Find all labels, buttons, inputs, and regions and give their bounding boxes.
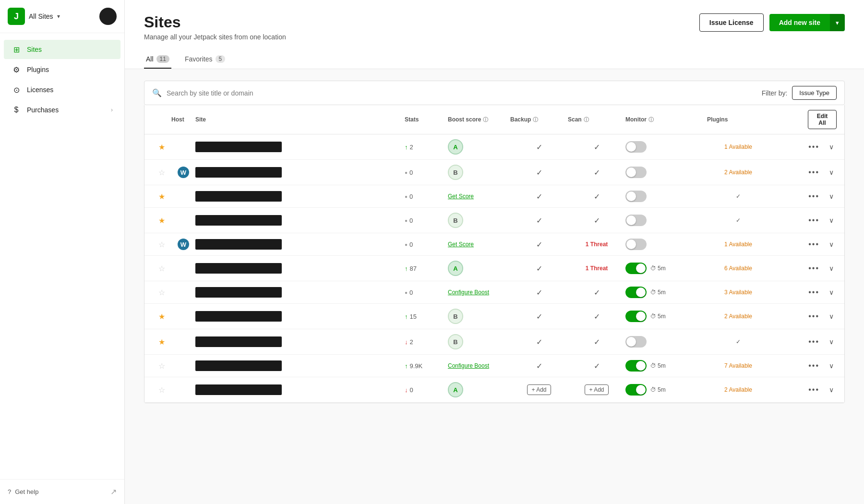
- boost-link[interactable]: Configure Boost: [448, 362, 489, 369]
- row-expand-button[interactable]: ∨: [826, 336, 837, 348]
- row-expand-button[interactable]: ∨: [826, 287, 837, 298]
- sidebar-item-licenses[interactable]: ⊙ Licenses: [4, 80, 120, 99]
- monitor-toggle[interactable]: [625, 167, 647, 178]
- plugins-available[interactable]: 2 Available: [724, 313, 752, 320]
- row-more-button[interactable]: •••: [805, 141, 822, 153]
- monitor-toggle[interactable]: [625, 287, 647, 298]
- row-expand-button[interactable]: ∨: [826, 141, 837, 153]
- boost-link[interactable]: Get Score: [448, 241, 474, 248]
- star-icon[interactable]: ☆: [158, 361, 165, 371]
- monitor-toggle[interactable]: [625, 263, 647, 274]
- col-header-plugins: Plugins: [707, 116, 769, 123]
- external-link-icon[interactable]: ↗: [110, 487, 117, 496]
- star-icon[interactable]: ☆: [158, 168, 165, 177]
- backup-check-icon: ✓: [536, 168, 542, 177]
- row-expand-button[interactable]: ∨: [826, 215, 837, 226]
- boost-link[interactable]: Get Score: [448, 193, 474, 200]
- backup-check-icon: ✓: [536, 288, 542, 297]
- sidebar-item-plugins[interactable]: ⚙ Plugins: [4, 60, 120, 79]
- plugins-available[interactable]: 3 Available: [724, 289, 752, 296]
- edit-all-button[interactable]: Edit All: [808, 110, 837, 129]
- search-filter-bar: 🔍 Filter by: Issue Type: [144, 81, 845, 105]
- row-expand-button[interactable]: ∨: [826, 384, 837, 396]
- issue-license-button[interactable]: Issue License: [699, 13, 764, 32]
- boost-link[interactable]: Configure Boost: [448, 289, 489, 296]
- monitor-toggle[interactable]: [625, 336, 647, 348]
- filter-issue-type-button[interactable]: Issue Type: [792, 86, 837, 100]
- row-more-button[interactable]: •••: [805, 214, 822, 227]
- scan-cell: ✓: [568, 192, 625, 201]
- plugins-available[interactable]: 6 Available: [724, 265, 752, 272]
- row-expand-button[interactable]: ∨: [826, 263, 837, 274]
- row-more-button[interactable]: •••: [805, 166, 822, 179]
- scan-check-icon: ✓: [594, 192, 600, 201]
- star-cell: ★: [152, 216, 171, 225]
- monitor-toggle[interactable]: [625, 215, 647, 226]
- monitor-toggle[interactable]: [625, 384, 647, 396]
- star-icon[interactable]: ☆: [158, 240, 165, 249]
- star-icon[interactable]: ★: [158, 192, 165, 201]
- sidebar-item-label: Purchases: [27, 106, 59, 114]
- boost-cell: A: [448, 382, 510, 397]
- plugins-cell: 2 Available: [707, 169, 769, 176]
- row-expand-button[interactable]: ∨: [826, 311, 837, 322]
- row-more-button[interactable]: •••: [805, 384, 822, 396]
- row-expand-button[interactable]: ∨: [826, 167, 837, 178]
- stat-direction-icon: ↑: [405, 265, 408, 272]
- monitor-cell: ⏱5m: [625, 360, 707, 372]
- boost-info-icon[interactable]: ⓘ: [483, 116, 488, 123]
- get-help-button[interactable]: ? Get help: [8, 488, 38, 495]
- monitor-time: ⏱5m: [650, 362, 666, 369]
- row-expand-button[interactable]: ∨: [826, 239, 837, 250]
- scan-check-icon: ✓: [594, 337, 600, 347]
- row-more-button[interactable]: •••: [805, 310, 822, 323]
- row-more-button[interactable]: •••: [805, 286, 822, 299]
- star-icon[interactable]: ☆: [158, 385, 165, 395]
- row-expand-button[interactable]: ∨: [826, 191, 837, 202]
- row-more-button[interactable]: •••: [805, 336, 822, 348]
- scan-info-icon[interactable]: ⓘ: [584, 116, 589, 123]
- monitor-toggle[interactable]: [625, 311, 647, 322]
- search-input[interactable]: [167, 89, 762, 97]
- plugins-available[interactable]: 7 Available: [724, 362, 752, 369]
- plugins-available[interactable]: 1 Available: [724, 241, 752, 248]
- wordpress-icon: W: [178, 167, 189, 178]
- actions-cell: ••• ∨: [808, 214, 837, 227]
- row-more-button[interactable]: •••: [805, 238, 822, 251]
- star-icon[interactable]: ☆: [158, 264, 165, 273]
- star-icon[interactable]: ★: [158, 312, 165, 321]
- monitor-info-icon[interactable]: ⓘ: [648, 116, 654, 123]
- row-more-button[interactable]: •••: [805, 262, 822, 275]
- tab-favorites[interactable]: Favorites 5: [183, 50, 227, 69]
- sidebar-item-sites[interactable]: ⊞ Sites: [4, 40, 120, 59]
- add-new-site-button[interactable]: Add new site: [769, 14, 830, 31]
- avatar[interactable]: [99, 8, 117, 25]
- monitor-toggle[interactable]: [625, 191, 647, 202]
- star-icon[interactable]: ★: [158, 143, 165, 152]
- star-icon[interactable]: ★: [158, 216, 165, 225]
- tab-all[interactable]: All 11: [144, 50, 171, 69]
- add-new-site-chevron-button[interactable]: ▾: [830, 14, 845, 31]
- plugins-available[interactable]: 1 Available: [724, 144, 752, 150]
- star-icon[interactable]: ★: [158, 337, 165, 347]
- sidebar-item-purchases[interactable]: $ Purchases ›: [4, 100, 120, 120]
- row-more-button[interactable]: •••: [805, 190, 822, 203]
- sidebar-logo-area[interactable]: J All Sites ▾: [8, 8, 60, 25]
- plugins-available[interactable]: 2 Available: [724, 169, 752, 176]
- row-more-button[interactable]: •••: [805, 360, 822, 372]
- monitor-toggle[interactable]: [625, 239, 647, 250]
- monitor-toggle[interactable]: [625, 360, 647, 372]
- row-expand-button[interactable]: ∨: [826, 360, 837, 372]
- star-icon[interactable]: ☆: [158, 288, 165, 297]
- monitor-toggle[interactable]: [625, 141, 647, 153]
- table-row: ☆ ↑ 87 A✓1 Threat ⏱5m 6 Available ••• ∨: [144, 256, 844, 281]
- backup-info-icon[interactable]: ⓘ: [533, 116, 538, 123]
- add-backup-button[interactable]: + Add: [527, 384, 551, 395]
- actions-cell: ••• ∨: [808, 286, 837, 299]
- backup-cell: ✓: [510, 216, 568, 225]
- plugins-available[interactable]: 2 Available: [724, 386, 752, 393]
- star-cell: ☆: [152, 361, 171, 371]
- add-scan-button[interactable]: + Add: [585, 384, 608, 395]
- site-cell: [195, 263, 405, 274]
- site-bar: [195, 167, 282, 178]
